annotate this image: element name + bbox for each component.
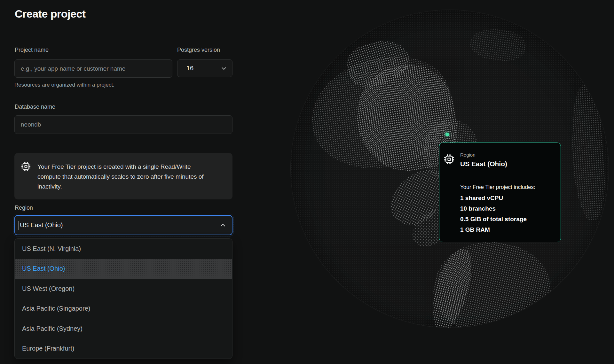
tooltip-region-label: Region [460, 152, 476, 158]
cpu-chip-icon [21, 162, 31, 171]
region-option[interactable]: US West (Oregon) [15, 279, 232, 299]
cpu-chip-icon [444, 154, 454, 165]
region-option[interactable]: Asia Pacific (Singapore) [15, 299, 232, 319]
tooltip-feature: 1 shared vCPU [460, 193, 527, 203]
create-project-form: Create project Project name Postgres ver… [14, 0, 232, 364]
database-name-label: Database name [15, 104, 55, 110]
text-cursor [19, 221, 19, 230]
project-name-label: Project name [15, 47, 49, 53]
tooltip-feature-list: 1 shared vCPU10 branches0.5 GiB of total… [460, 193, 527, 235]
globe-land-dots [567, 83, 609, 222]
region-option[interactable]: US East (N. Virginia) [15, 239, 232, 259]
page-title: Create project [15, 7, 86, 20]
free-tier-notice-text: Your Free Tier project is created with a… [37, 162, 209, 191]
region-tooltip-card: Region US East (Ohio) Your Free Tier pro… [439, 143, 561, 242]
free-tier-notice: Your Free Tier project is created with a… [14, 153, 232, 199]
region-option[interactable]: US East (Ohio) [15, 259, 232, 279]
postgres-version-value: 16 [186, 65, 193, 72]
region-option[interactable]: Europe (Frankfurt) [15, 339, 232, 359]
chevron-down-icon [220, 65, 227, 72]
region-combobox[interactable]: US East (Ohio) [14, 215, 232, 235]
create-project-page: Region US East (Ohio) Your Free Tier pro… [0, 0, 614, 364]
region-combobox-value: US East (Ohio) [20, 221, 63, 229]
tooltip-feature: 10 branches [460, 203, 527, 214]
tooltip-feature: 0.5 GiB of total storage [460, 214, 527, 224]
region-marker-dot[interactable] [445, 133, 449, 136]
chevron-up-icon [219, 221, 227, 229]
region-label: Region [15, 205, 33, 211]
postgres-version-label: Postgres version [177, 47, 220, 53]
region-option[interactable]: Asia Pacific (Sydney) [15, 319, 232, 339]
tooltip-includes-title: Your Free Tier project includes: [460, 184, 535, 190]
globe-land-dots [468, 25, 528, 65]
project-help-text: Resources are organized within a project… [14, 82, 114, 88]
tooltip-region-value: US East (Ohio) [460, 160, 507, 168]
region-listbox: US East (N. Virginia)US East (Ohio)US We… [14, 238, 232, 359]
postgres-version-select[interactable]: 16 [177, 59, 232, 77]
tooltip-feature: 1 GB RAM [460, 224, 527, 235]
project-name-input[interactable] [14, 59, 172, 78]
database-name-input[interactable] [14, 115, 232, 134]
